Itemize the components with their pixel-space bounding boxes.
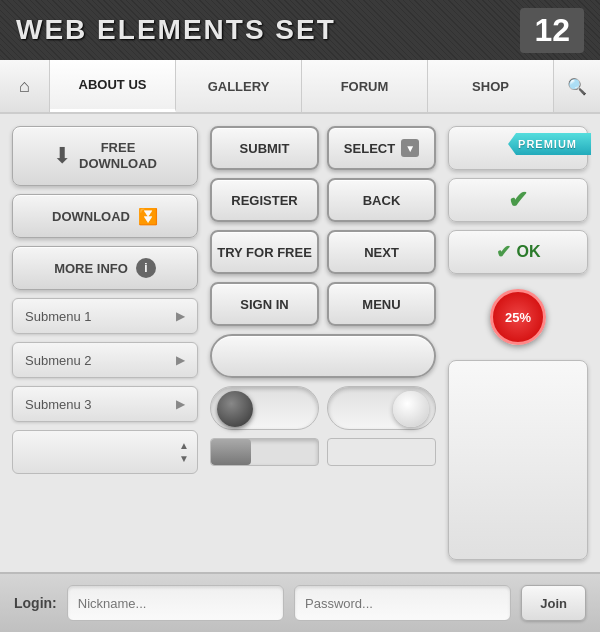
info-icon: i — [136, 258, 156, 278]
progress-fill — [211, 439, 251, 465]
scroll-down-icon[interactable]: ▼ — [179, 453, 189, 464]
nav-about-us-label: ABOUT US — [79, 77, 147, 92]
sign-in-button[interactable]: SIGN IN — [210, 282, 319, 326]
scroll-control[interactable]: ▲ ▼ — [12, 430, 198, 474]
submenu-1-label: Submenu 1 — [25, 309, 92, 324]
download-icon: ⬇ — [53, 143, 71, 169]
submenu-3[interactable]: Submenu 3 ▶ — [12, 386, 198, 422]
ok-checkmark-icon: ✔ — [496, 241, 511, 263]
scroll-up-icon[interactable]: ▲ — [179, 440, 189, 451]
checkmark-button[interactable]: ✔ — [448, 178, 588, 222]
nav-shop-label: SHOP — [472, 79, 509, 94]
join-button[interactable]: Join — [521, 585, 586, 621]
download-label: DOWNLOAD — [52, 209, 130, 224]
login-label: Login: — [14, 595, 57, 611]
badge-container: 25% — [448, 282, 588, 352]
header-number: 12 — [520, 8, 584, 53]
premium-ribbon: PREMIUM — [508, 133, 591, 155]
toggle-dark[interactable] — [210, 386, 319, 430]
footer-login: Login: Join — [0, 572, 600, 632]
ok-label: OK — [517, 243, 541, 261]
button-row-4: SIGN IN MENU — [210, 282, 436, 326]
middle-panel: SUBMIT SELECT ▼ REGISTER BACK TRY FOR FR… — [210, 126, 436, 560]
submenu-2-label: Submenu 2 — [25, 353, 92, 368]
try-for-free-button[interactable]: TRY FOR FREE — [210, 230, 319, 274]
nav-about-us[interactable]: ABOUT US — [50, 60, 176, 112]
toggle-row — [210, 386, 436, 430]
back-button[interactable]: BACK — [327, 178, 436, 222]
free-download-button[interactable]: ⬇ FREE DOWNLOAD — [12, 126, 198, 186]
select-arrow-icon: ▼ — [401, 139, 419, 157]
more-info-button[interactable]: MORE INFO i — [12, 246, 198, 290]
menu-button[interactable]: MENU — [327, 282, 436, 326]
progress-segment-2 — [327, 438, 436, 466]
nav-gallery-label: GALLERY — [208, 79, 270, 94]
empty-button-row — [210, 334, 436, 378]
navbar: ⌂ ABOUT US GALLERY FORUM SHOP 🔍 — [0, 60, 600, 114]
toggle-knob-dark — [217, 391, 253, 427]
premium-button[interactable]: PREMIUM — [448, 126, 588, 170]
search-icon: 🔍 — [567, 77, 587, 96]
ok-button[interactable]: ✔ OK — [448, 230, 588, 274]
right-panel: PREMIUM ✔ ✔ OK 25% — [448, 126, 588, 560]
button-row-3: TRY FOR FREE NEXT — [210, 230, 436, 274]
header-title: WEB ELEMENTS SET — [16, 14, 336, 46]
discount-badge: 25% — [490, 289, 546, 345]
progress-track — [210, 438, 319, 466]
header: WEB ELEMENTS SET 12 — [0, 0, 600, 60]
register-button[interactable]: REGISTER — [210, 178, 319, 222]
nav-forum[interactable]: FORUM — [302, 60, 428, 112]
button-row-1: SUBMIT SELECT ▼ — [210, 126, 436, 170]
chevrons-icon: ⏬ — [138, 207, 158, 226]
wide-empty-button[interactable] — [210, 334, 436, 378]
progress-area — [210, 438, 436, 466]
nickname-input[interactable] — [67, 585, 284, 621]
submit-button[interactable]: SUBMIT — [210, 126, 319, 170]
next-button[interactable]: NEXT — [327, 230, 436, 274]
button-row-2: REGISTER BACK — [210, 178, 436, 222]
badge-percent-label: 25% — [505, 310, 531, 325]
right-empty-button[interactable] — [448, 360, 588, 560]
toggle-light[interactable] — [327, 386, 436, 430]
submenu-1[interactable]: Submenu 1 ▶ — [12, 298, 198, 334]
nav-home-button[interactable]: ⌂ — [0, 60, 50, 112]
password-input[interactable] — [294, 585, 511, 621]
nav-forum-label: FORUM — [341, 79, 389, 94]
home-icon: ⌂ — [19, 76, 30, 97]
nav-search-button[interactable]: 🔍 — [554, 60, 600, 112]
download-button[interactable]: DOWNLOAD ⏬ — [12, 194, 198, 238]
toggle-knob-light — [393, 391, 429, 427]
left-panel: ⬇ FREE DOWNLOAD DOWNLOAD ⏬ MORE INFO i S… — [12, 126, 198, 560]
submenu-1-arrow-icon: ▶ — [176, 309, 185, 323]
free-download-label: FREE DOWNLOAD — [79, 140, 157, 171]
nav-shop[interactable]: SHOP — [428, 60, 554, 112]
submenu-2[interactable]: Submenu 2 ▶ — [12, 342, 198, 378]
checkmark-icon: ✔ — [508, 186, 528, 214]
submenu-3-arrow-icon: ▶ — [176, 397, 185, 411]
main-content: ⬇ FREE DOWNLOAD DOWNLOAD ⏬ MORE INFO i S… — [0, 114, 600, 572]
submenu-2-arrow-icon: ▶ — [176, 353, 185, 367]
select-button[interactable]: SELECT ▼ — [327, 126, 436, 170]
submenu-3-label: Submenu 3 — [25, 397, 92, 412]
nav-gallery[interactable]: GALLERY — [176, 60, 302, 112]
more-info-label: MORE INFO — [54, 261, 128, 276]
